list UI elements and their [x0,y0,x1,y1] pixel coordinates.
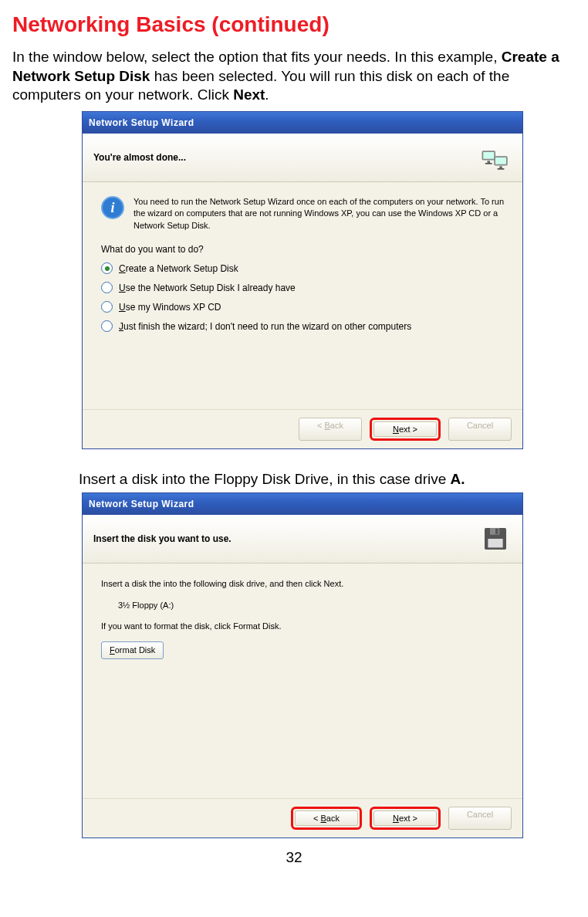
intro-text-pre: In the window below, select the option t… [12,49,502,65]
svg-rect-2 [488,161,491,163]
back-button[interactable]: < Back [299,418,362,441]
svg-rect-7 [498,168,505,170]
page-title: Networking Basics (continued) [12,12,576,37]
titlebar: Network Setup Wizard [83,112,522,134]
radio-indicator [101,320,113,332]
radio-indicator [101,262,113,274]
drive-label: 3½ Floppy (A:) [118,599,504,613]
radio-label: Create a Network Setup Disk [119,263,238,274]
svg-rect-5 [495,157,506,164]
wizard-body: Insert a disk the into the following dis… [83,563,522,798]
next-button[interactable]: Next > [373,810,437,826]
info-text: You need to run the Network Setup Wizard… [133,196,504,232]
next-button[interactable]: Next > [373,421,437,437]
back-button[interactable]: < Back [295,810,358,826]
titlebar: Network Setup Wizard [83,493,522,515]
radio-indicator [101,282,113,293]
back-button-highlight: < Back [291,807,362,830]
radio-label: Use the Network Setup Disk I already hav… [119,283,296,293]
wizard-header: Insert the disk you want to use. [83,515,522,563]
svg-rect-1 [483,152,494,159]
radio-option-just-finish[interactable]: Just finish the wizard; I don't need to … [101,320,504,332]
wizard-body: i You need to run the Network Setup Wiza… [83,182,522,409]
floppy-icon [479,523,512,555]
svg-rect-11 [488,539,502,547]
radio-prompt: What do you want to do? [101,244,504,255]
radio-option-use-existing-disk[interactable]: Use the Network Setup Disk I already hav… [101,282,504,293]
radio-group: Create a Network Setup Disk Use the Netw… [101,262,504,332]
wizard-button-row: < Back Next > Cancel [83,409,522,448]
cancel-button[interactable]: Cancel [448,418,512,441]
cancel-button[interactable]: Cancel [448,807,512,830]
radio-indicator [101,301,113,313]
computers-icon [479,141,512,174]
format-disk-button[interactable]: Format Disk [101,641,164,660]
intro-paragraph: In the window below, select the option t… [12,48,576,105]
wizard-header-title: Insert the disk you want to use. [93,533,231,544]
svg-rect-10 [495,529,498,534]
svg-rect-3 [485,163,492,164]
radio-label: Use my Windows XP CD [119,302,221,313]
radio-label: Just finish the wizard; I don't need to … [119,321,411,332]
intro-text-bold2: Next [233,86,265,103]
wizard-window-1: Network Setup Wizard You're almost done.… [82,111,523,449]
wizard-button-row: < Back Next > Cancel [83,798,522,837]
wizard-header: You're almost done... [83,134,522,182]
next-button-highlight: Next > [370,418,441,441]
radio-option-use-xp-cd[interactable]: Use my Windows XP CD [101,301,504,313]
radio-option-create-disk[interactable]: Create a Network Setup Disk [101,262,504,274]
intro-text-tail: . [265,86,269,103]
page-number: 32 [12,849,576,866]
wizard-window-2: Network Setup Wizard Insert the disk you… [82,492,523,838]
svg-rect-6 [499,166,502,168]
next-button-highlight: Next > [370,807,441,830]
caption-2: Insert a disk into the Floppy Disk Drive… [79,471,576,488]
insert-instruction: Insert a disk the into the following dis… [101,577,504,591]
format-instruction: If you want to format the disk, click Fo… [101,620,504,634]
info-icon: i [101,196,124,219]
wizard-header-title: You're almost done... [93,152,186,163]
